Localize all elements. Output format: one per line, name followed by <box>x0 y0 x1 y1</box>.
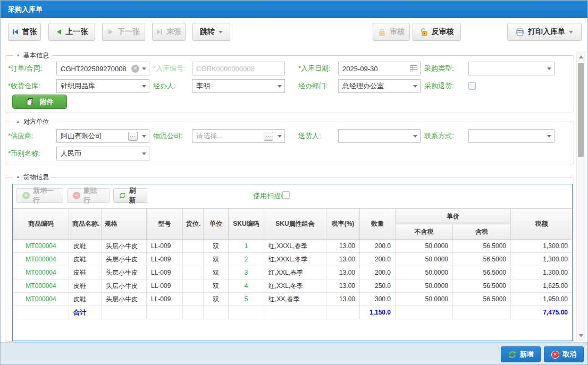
chevron-down-icon[interactable] <box>139 147 149 160</box>
column-header-sku_attr[interactable]: SKU属性组合 <box>264 209 326 240</box>
cell-unit[interactable]: 双 <box>204 279 229 293</box>
table-row[interactable]: MT000004皮鞋头层小牛皮LL-009双3红,XXL,春季13.00200.… <box>13 266 573 279</box>
cell-sku_code[interactable]: 5 <box>229 293 264 306</box>
cell-sku_attr[interactable]: 红,XXL,冬季 <box>264 279 326 293</box>
cell-location[interactable] <box>183 293 204 306</box>
cell-code[interactable]: MT000004 <box>13 266 69 279</box>
column-header-sku_code[interactable]: SKU编码 <box>229 209 264 240</box>
column-header-spec[interactable]: 规格 <box>102 209 147 240</box>
collapse-icon[interactable]: ▲ <box>16 173 20 181</box>
cell-price_ex[interactable]: 50.0000 <box>396 266 453 279</box>
delete-row-button[interactable]: − 删除行 <box>67 188 110 203</box>
cell-tax_rate[interactable]: 13.00 <box>326 266 360 279</box>
cell-spec[interactable]: 头层小牛皮 <box>102 279 147 293</box>
cell-spec[interactable]: 头层小牛皮 <box>102 240 147 253</box>
cell-qty[interactable]: 200.0 <box>360 253 396 266</box>
cell-price_inc[interactable]: 56.5000 <box>453 293 511 306</box>
column-header-unit[interactable]: 单位 <box>204 209 229 240</box>
add-row-button[interactable]: + 新增一行 <box>16 188 63 203</box>
cell-tax_rate[interactable]: 13.00 <box>326 253 360 266</box>
department-combo[interactable]: 总经理办公室 <box>338 79 421 93</box>
chevron-down-icon[interactable] <box>139 62 149 75</box>
cell-spec[interactable]: 头层小牛皮 <box>102 253 147 266</box>
table-row[interactable]: MT000004皮鞋头层小牛皮LL-009双5红,XX,春季13.00300.0… <box>13 293 573 306</box>
column-header-price_ex[interactable]: 不含税 <box>396 224 453 240</box>
cell-tax_rate[interactable]: 13.00 <box>326 293 360 306</box>
column-header-qty[interactable]: 数量 <box>360 209 396 240</box>
cell-name[interactable]: 皮鞋 <box>69 279 102 293</box>
last-record-button[interactable]: 末张 <box>152 23 186 41</box>
cell-tax_amount[interactable]: 1,300.00 <box>511 240 573 253</box>
cell-sku_code[interactable]: 1 <box>229 240 264 253</box>
cell-qty[interactable]: 200.0 <box>360 266 396 279</box>
cell-price_ex[interactable]: 50.0000 <box>396 253 453 266</box>
scanner-checkbox[interactable] <box>282 191 290 199</box>
cell-price_inc[interactable]: 56.5000 <box>453 240 511 253</box>
cell-location[interactable] <box>183 279 204 293</box>
cell-name[interactable]: 皮鞋 <box>69 253 102 266</box>
cell-model[interactable]: LL-009 <box>147 240 183 253</box>
jump-button[interactable]: 跳转 <box>192 23 230 41</box>
cell-location[interactable] <box>183 240 204 253</box>
cell-location[interactable] <box>183 266 204 279</box>
column-header-price_inc[interactable]: 含税 <box>453 224 511 240</box>
cell-price_ex[interactable]: 50.0000 <box>396 279 453 293</box>
refresh-button[interactable]: 刷新 <box>113 188 147 203</box>
cell-name[interactable]: 皮鞋 <box>69 240 102 253</box>
table-row[interactable]: MT000004皮鞋头层小牛皮LL-009双4红,XXL,冬季13.00250.… <box>13 279 573 293</box>
collapse-icon[interactable]: ▲ <box>16 51 20 60</box>
cell-spec[interactable]: 头层小牛皮 <box>102 266 147 279</box>
save-new-button[interactable]: 新增 <box>501 346 541 362</box>
cell-price_inc[interactable]: 56.5000 <box>453 266 511 279</box>
cancel-button[interactable]: ✕ 取消 <box>544 346 584 362</box>
ellipsis-picker-icon[interactable]: ··· <box>128 132 138 141</box>
column-header-code[interactable]: 商品编码 <box>13 209 69 240</box>
receipt-date-input[interactable]: 2025-09-30 <box>338 62 421 75</box>
cell-name[interactable]: 皮鞋 <box>69 293 102 306</box>
deliverer-combo[interactable] <box>338 129 421 143</box>
first-record-button[interactable]: 首张 <box>8 23 41 41</box>
chevron-down-icon[interactable] <box>275 130 284 142</box>
calendar-icon[interactable] <box>410 65 417 72</box>
vertical-scrollbar[interactable] <box>576 52 585 341</box>
table-row[interactable]: MT000004皮鞋头层小牛皮LL-009双2红,XXXL,冬季13.00200… <box>13 253 573 266</box>
cell-price_ex[interactable]: 50.0000 <box>396 240 453 253</box>
clear-icon[interactable]: ✕ <box>131 65 139 73</box>
warehouse-combo[interactable]: 针织用品库 <box>56 79 149 93</box>
cell-code[interactable]: MT000004 <box>13 279 69 293</box>
chevron-down-icon[interactable] <box>410 130 420 142</box>
cell-qty[interactable]: 250.0 <box>360 279 396 293</box>
chevron-down-icon[interactable] <box>544 62 554 75</box>
currency-combo[interactable]: 人民币 <box>56 147 149 160</box>
prev-record-button[interactable]: 上一张 <box>48 23 95 41</box>
print-receipt-button[interactable]: 打印入库单 <box>507 23 582 41</box>
cell-sku_code[interactable]: 2 <box>229 253 264 266</box>
cell-location[interactable] <box>183 253 204 266</box>
cell-unit[interactable]: 双 <box>204 266 229 279</box>
cell-unit[interactable]: 双 <box>204 240 229 253</box>
supplier-combo[interactable]: 阿山有限公司 ··· <box>56 129 149 143</box>
scrollbar-thumb[interactable] <box>578 63 584 157</box>
scroll-up-icon[interactable] <box>577 53 585 61</box>
purchase-type-combo[interactable] <box>468 62 555 75</box>
cell-price_ex[interactable]: 50.0000 <box>396 293 453 306</box>
cell-sku_attr[interactable]: 红,XXXL,冬季 <box>264 253 326 266</box>
next-record-button[interactable]: 下一张 <box>102 23 145 41</box>
cell-sku_attr[interactable]: 红,XX,春季 <box>264 293 326 306</box>
cell-code[interactable]: MT000004 <box>13 240 69 253</box>
cell-sku_attr[interactable]: 红,XXL,春季 <box>264 266 326 279</box>
order-contract-combo[interactable]: CGHT202509270008 ✕ <box>56 62 149 75</box>
column-header-name[interactable]: 商品名称. <box>69 209 102 240</box>
column-header-tax_amount[interactable]: 税额 <box>511 209 573 240</box>
unaudit-button[interactable]: 反审核 <box>413 23 461 41</box>
cell-name[interactable]: 皮鞋 <box>69 266 102 279</box>
logistics-combo[interactable]: 请选择... ··· <box>192 129 285 143</box>
scroll-down-icon[interactable] <box>577 332 585 340</box>
cell-qty[interactable]: 200.0 <box>360 240 396 253</box>
cell-price_inc[interactable]: 56.5000 <box>453 253 511 266</box>
cell-sku_code[interactable]: 4 <box>229 279 264 293</box>
attachment-button[interactable]: 附件 <box>12 95 67 109</box>
handler-combo[interactable]: 李明 <box>192 79 285 93</box>
cell-qty[interactable]: 300.0 <box>360 293 396 306</box>
chevron-down-icon[interactable] <box>139 80 149 92</box>
